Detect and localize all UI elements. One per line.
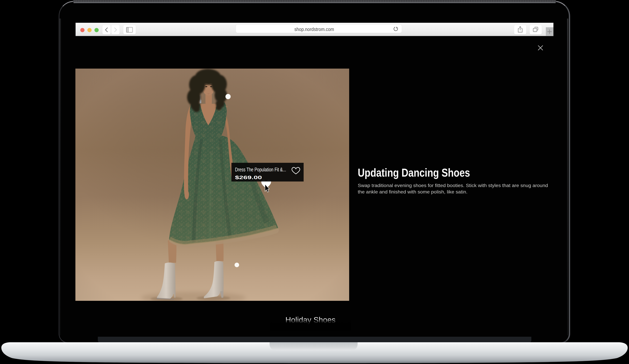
- svg-text:$269.00: $269.00: [235, 175, 262, 180]
- svg-text:Dress The Population Fit &...: Dress The Population Fit &...: [235, 167, 286, 173]
